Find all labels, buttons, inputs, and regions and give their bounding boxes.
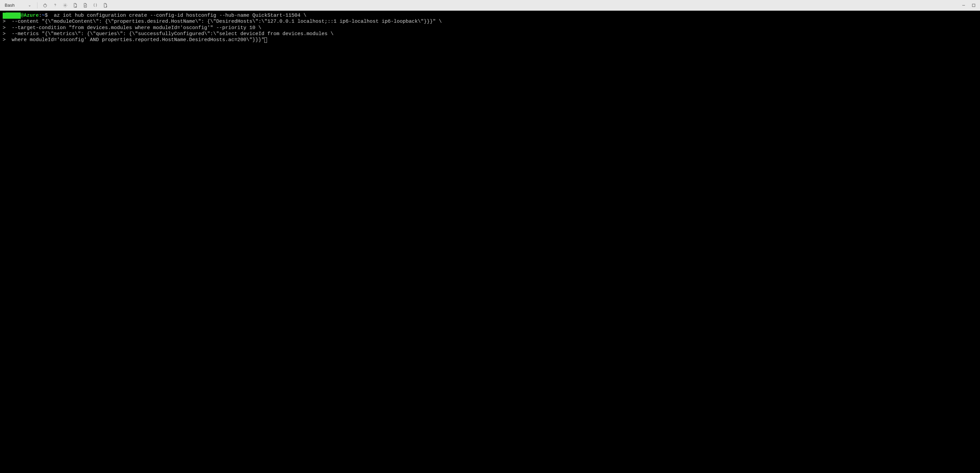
- terminal[interactable]: j█████@Azure:~$ az iot hub configuration…: [0, 11, 980, 473]
- toolbar-right: [959, 1, 978, 10]
- continuation-marker: >: [3, 25, 6, 31]
- help-icon[interactable]: [51, 1, 59, 10]
- command-text: where moduleId='osconfig' AND properties…: [6, 37, 264, 43]
- toolbar-divider: [37, 2, 37, 8]
- command-text: --metrics "{\"metrics\": {\"queries\": {…: [6, 31, 334, 37]
- cursor: [264, 37, 267, 43]
- prompt-host: @Azure: [21, 13, 39, 18]
- toolbar: Bash ⌄: [0, 0, 980, 11]
- continuation-marker: >: [3, 19, 6, 24]
- continuation-marker: >: [3, 31, 6, 37]
- chevron-down-icon: ⌄: [28, 3, 31, 7]
- shell-selector[interactable]: Bash ⌄: [2, 2, 34, 8]
- shell-name: Bash: [5, 3, 15, 8]
- svg-rect-5: [972, 4, 975, 7]
- upload-icon[interactable]: [81, 1, 89, 10]
- maximize-icon[interactable]: [969, 1, 978, 10]
- braces-icon[interactable]: [91, 1, 100, 10]
- command-text: --content "{\"moduleContent\": {\"proper…: [6, 19, 442, 24]
- open-file-icon[interactable]: [101, 1, 110, 10]
- settings-icon[interactable]: [61, 1, 70, 10]
- terminal-line: > --target-condition "from devices.modul…: [3, 25, 977, 31]
- prompt-user-redacted: j█████: [3, 13, 21, 19]
- prompt-colon: :: [39, 13, 42, 18]
- new-file-icon[interactable]: [71, 1, 80, 10]
- terminal-line: > where moduleId='osconfig' AND properti…: [3, 37, 977, 43]
- power-icon[interactable]: [41, 1, 49, 10]
- continuation-marker: >: [3, 37, 6, 43]
- prompt-dollar: $: [45, 13, 48, 18]
- minimize-icon[interactable]: [959, 1, 968, 10]
- svg-point-3: [65, 5, 66, 6]
- svg-point-2: [55, 6, 55, 7]
- command-text: --target-condition "from devices.modules…: [6, 25, 261, 31]
- terminal-line: j█████@Azure:~$ az iot hub configuration…: [3, 13, 977, 19]
- terminal-line: > --content "{\"moduleContent\": {\"prop…: [3, 19, 977, 25]
- prompt-path: ~: [42, 13, 45, 18]
- terminal-line: > --metrics "{\"metrics\": {\"queries\":…: [3, 31, 977, 37]
- command-text: az iot hub configuration create --config…: [48, 13, 306, 18]
